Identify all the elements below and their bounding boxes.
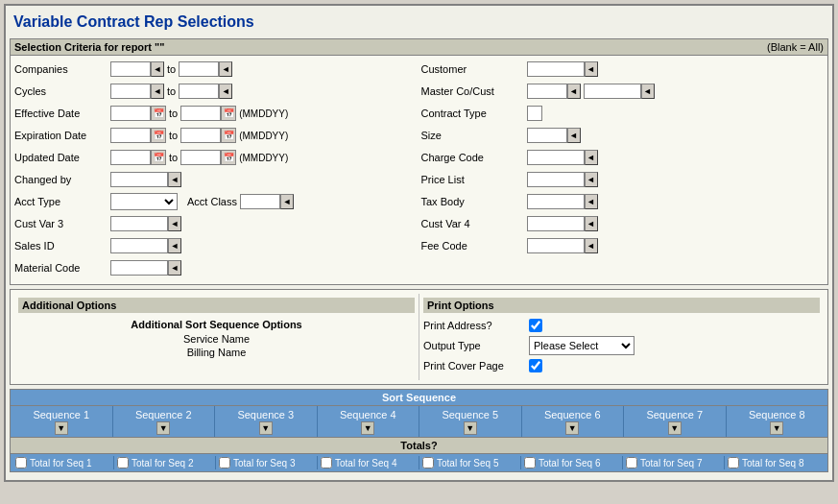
cycles-to-input[interactable] xyxy=(179,84,219,99)
print-options-header: Print Options xyxy=(423,298,820,313)
sort-tab-6-dropdown[interactable]: ▼ xyxy=(565,421,579,435)
expiration-date-to-cal[interactable]: 📅 xyxy=(221,128,236,143)
totals-checkbox-1[interactable] xyxy=(15,457,27,468)
companies-from-input[interactable] xyxy=(110,61,151,77)
output-type-select[interactable]: Please Select xyxy=(529,336,634,355)
changed-by-input[interactable] xyxy=(110,172,168,187)
updated-date-format: (MMDDYY) xyxy=(239,153,288,163)
expiration-date-row: Expiration Date 📅 to 📅 (MMDDYY) xyxy=(14,126,418,145)
service-name-item: Service Name xyxy=(18,333,415,345)
tax-body-input[interactable] xyxy=(527,194,585,209)
cust-var3-input[interactable] xyxy=(110,216,168,231)
sort-tab-5-dropdown[interactable]: ▼ xyxy=(464,421,477,435)
companies-to-arrow[interactable]: ◄ xyxy=(219,61,232,77)
customer-input[interactable] xyxy=(527,61,585,77)
totals-label-8: Total for Seq 8 xyxy=(742,458,803,468)
cust-var4-arrow[interactable]: ◄ xyxy=(585,216,598,231)
material-code-label: Material Code xyxy=(14,262,110,274)
updated-date-to-input[interactable] xyxy=(180,150,221,165)
contract-type-input[interactable] xyxy=(527,106,542,121)
totals-label-1: Total for Seq 1 xyxy=(30,458,91,468)
cycles-from-input[interactable] xyxy=(110,84,151,99)
charge-code-label: Charge Code xyxy=(421,152,527,163)
sort-tab-7[interactable]: Sequence 7 ▼ xyxy=(624,406,727,437)
master-cust-arrow[interactable]: ◄ xyxy=(641,84,655,99)
master-cust-input[interactable] xyxy=(584,84,641,99)
totals-checkbox-2[interactable] xyxy=(117,457,129,468)
billing-name-item: Billing Name xyxy=(18,347,415,358)
master-cocust-label: Master Co/Cust xyxy=(421,85,527,97)
totals-cell-1: Total for Seq 1 xyxy=(12,456,114,469)
sort-tab-1-dropdown[interactable]: ▼ xyxy=(55,421,68,435)
contract-type-row: Contract Type xyxy=(421,104,825,123)
sort-tab-5[interactable]: Sequence 5 ▼ xyxy=(419,406,522,437)
totals-checkbox-8[interactable] xyxy=(728,457,739,468)
acct-class-arrow[interactable]: ◄ xyxy=(280,194,294,209)
sort-sequence-tabs: Sequence 1 ▼ Sequence 2 ▼ Sequence 3 ▼ S… xyxy=(11,406,827,437)
sales-id-arrow[interactable]: ◄ xyxy=(168,238,181,253)
totals-checkbox-4[interactable] xyxy=(321,457,332,468)
customer-arrow[interactable]: ◄ xyxy=(585,61,598,77)
cycles-to-arrow[interactable]: ◄ xyxy=(219,84,232,99)
sort-tab-3[interactable]: Sequence 3 ▼ xyxy=(215,406,318,437)
companies-to-input[interactable] xyxy=(179,61,219,77)
expiration-date-to-input[interactable] xyxy=(180,128,221,143)
expiration-date-from-input[interactable] xyxy=(110,128,151,143)
tax-body-arrow[interactable]: ◄ xyxy=(585,194,598,209)
expiration-date-from-cal[interactable]: 📅 xyxy=(151,128,166,143)
totals-checkbox-5[interactable] xyxy=(422,457,434,468)
sort-tab-6[interactable]: Sequence 6 ▼ xyxy=(522,406,625,437)
updated-date-from-input[interactable] xyxy=(110,150,151,165)
charge-code-input[interactable] xyxy=(527,150,585,165)
print-address-checkbox[interactable] xyxy=(529,319,542,332)
effective-date-to-cal[interactable]: 📅 xyxy=(221,106,236,121)
sort-tab-4-dropdown[interactable]: ▼ xyxy=(361,421,374,435)
master-co-input[interactable] xyxy=(527,84,567,99)
updated-date-from-cal[interactable]: 📅 xyxy=(151,150,166,165)
price-list-arrow[interactable]: ◄ xyxy=(585,172,598,187)
material-code-arrow[interactable]: ◄ xyxy=(168,260,181,276)
expiration-date-format: (MMDDYY) xyxy=(239,131,288,141)
totals-cell-3: Total for Seq 3 xyxy=(216,456,318,469)
material-code-input[interactable] xyxy=(110,260,168,276)
totals-checkbox-6[interactable] xyxy=(524,457,536,468)
effective-date-to-input[interactable] xyxy=(180,106,221,121)
size-row: Size ◄ xyxy=(421,126,825,145)
sort-tab-2[interactable]: Sequence 2 ▼ xyxy=(113,406,216,437)
criteria-grid: Companies ◄ to ◄ Cycles ◄ to ◄ xyxy=(11,56,827,284)
totals-cell-6: Total for Seq 6 xyxy=(521,456,623,469)
effective-date-from-cal[interactable]: 📅 xyxy=(151,106,166,121)
companies-row: Companies ◄ to ◄ xyxy=(14,60,418,79)
cycles-from-arrow[interactable]: ◄ xyxy=(151,84,164,99)
sort-tab-8-dropdown[interactable]: ▼ xyxy=(770,421,783,435)
size-from-input[interactable] xyxy=(527,128,567,143)
companies-from-arrow[interactable]: ◄ xyxy=(151,61,164,77)
updated-date-to-cal[interactable]: 📅 xyxy=(221,150,236,165)
cust-var4-input[interactable] xyxy=(527,216,585,231)
acct-class-input[interactable] xyxy=(240,194,280,209)
effective-date-from-input[interactable] xyxy=(110,106,151,121)
price-list-input[interactable] xyxy=(527,172,585,187)
fee-code-input[interactable] xyxy=(527,238,585,253)
fee-code-arrow[interactable]: ◄ xyxy=(585,238,598,253)
sort-tab-8[interactable]: Sequence 8 ▼ xyxy=(727,406,828,437)
totals-checkbox-7[interactable] xyxy=(626,457,637,468)
acct-type-select[interactable] xyxy=(110,193,178,210)
sort-tab-1[interactable]: Sequence 1 ▼ xyxy=(11,406,113,437)
changed-by-arrow[interactable]: ◄ xyxy=(168,172,181,187)
print-cover-checkbox[interactable] xyxy=(529,359,542,372)
size-from-arrow[interactable]: ◄ xyxy=(567,128,581,143)
master-co-arrow[interactable]: ◄ xyxy=(567,84,581,99)
totals-checkbox-3[interactable] xyxy=(219,457,230,468)
sort-tab-4[interactable]: Sequence 4 ▼ xyxy=(318,406,420,437)
charge-code-arrow[interactable]: ◄ xyxy=(585,150,598,165)
sort-tab-3-dropdown[interactable]: ▼ xyxy=(259,421,273,435)
sales-id-input[interactable] xyxy=(110,238,168,253)
sort-tab-7-dropdown[interactable]: ▼ xyxy=(668,421,682,435)
customer-row: Customer ◄ xyxy=(421,60,825,79)
cust-var3-arrow[interactable]: ◄ xyxy=(168,216,181,231)
sort-tab-2-dropdown[interactable]: ▼ xyxy=(156,421,170,435)
cycles-label: Cycles xyxy=(14,85,110,97)
acct-type-label: Acct Type xyxy=(14,196,110,207)
sort-options-label: Additional Sort Sequence Options xyxy=(18,319,415,330)
